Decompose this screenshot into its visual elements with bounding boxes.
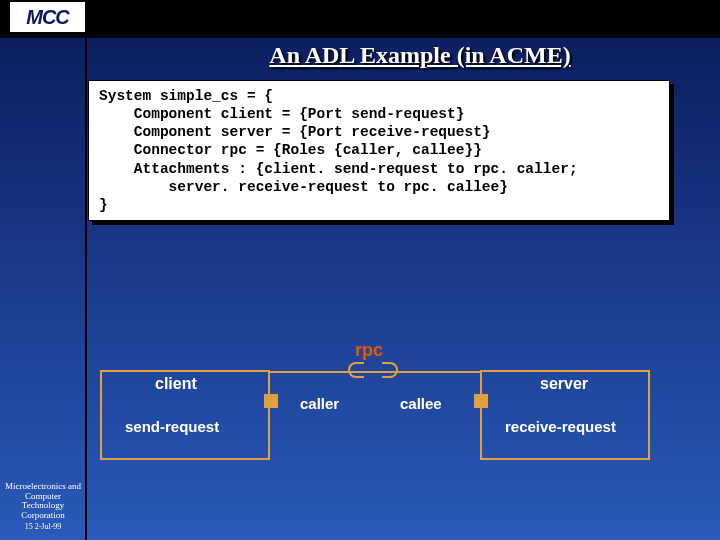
logo: MCC — [10, 2, 85, 32]
label-send-request: send-request — [125, 418, 219, 435]
label-caller: caller — [300, 395, 339, 412]
footer: Microelectronics and Computer Technology… — [4, 482, 82, 532]
label-server: server — [540, 375, 588, 393]
port-stub-left — [264, 394, 278, 408]
port-stub-right — [474, 394, 488, 408]
vertical-divider — [85, 32, 87, 540]
logo-text: MCC — [26, 6, 69, 29]
label-receive-request: receive-request — [505, 418, 616, 435]
header-bar — [0, 0, 720, 38]
slide-title: An ADL Example (in ACME) — [170, 42, 670, 69]
label-client: client — [155, 375, 197, 393]
label-rpc: rpc — [355, 340, 383, 361]
connector-line — [270, 371, 480, 373]
handshake-left-icon — [348, 362, 364, 378]
footer-slide-date: 15 2-Jul-99 — [4, 523, 82, 532]
code-block: System simple_cs = { Component client = … — [88, 80, 670, 221]
footer-org: Microelectronics and Computer Technology… — [4, 482, 82, 522]
handshake-right-icon — [382, 362, 398, 378]
diagram: rpc client server send-request receive-r… — [100, 340, 680, 490]
label-callee: callee — [400, 395, 442, 412]
